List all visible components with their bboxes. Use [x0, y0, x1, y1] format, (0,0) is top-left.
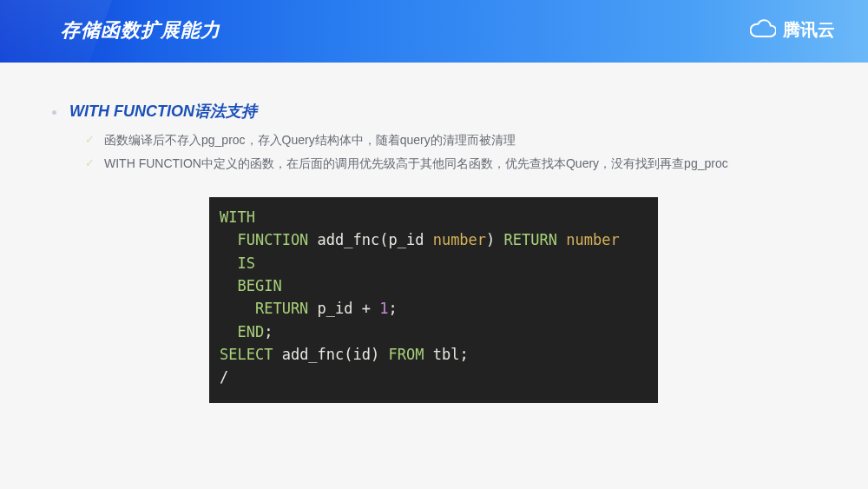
bullet-list: ✓ 函数编译后不存入pg_proc，存入Query结构体中，随着query的清理…	[83, 129, 816, 175]
slide: 存储函数扩展能力 腾讯云 WITH FUNCTION语法支持 ✓ 函数编译后不存…	[0, 0, 868, 489]
slide-body: WITH FUNCTION语法支持 ✓ 函数编译后不存入pg_proc，存入Qu…	[0, 63, 868, 489]
code-line: RETURN p_id + 1;	[220, 297, 648, 320]
code-line: FUNCTION add_fnc(p_id number) RETURN num…	[220, 228, 648, 251]
check-icon: ✓	[83, 152, 95, 175]
code-line: BEGIN	[220, 274, 648, 297]
section-heading: WITH FUNCTION语法支持	[69, 101, 257, 122]
bullet-item: ✓ WITH FUNCTION中定义的函数，在后面的调用优先级高于其他同名函数，…	[83, 152, 816, 175]
check-icon: ✓	[83, 129, 95, 151]
bullet-text: 函数编译后不存入pg_proc，存入Query结构体中，随着query的清理而被…	[104, 129, 516, 152]
slide-title: 存储函数扩展能力	[61, 17, 220, 43]
code-line: SELECT add_fnc(id) FROM tbl;	[220, 343, 648, 366]
code-block: WITH FUNCTION add_fnc(p_id number) RETUR…	[209, 197, 658, 403]
code-line: IS	[220, 252, 648, 274]
cloud-icon	[750, 17, 776, 43]
header-bar: 存储函数扩展能力 腾讯云	[0, 0, 868, 63]
code-line: WITH	[220, 206, 648, 228]
code-line: /	[220, 366, 648, 388]
brand: 腾讯云	[750, 17, 835, 43]
code-line: END;	[220, 320, 648, 343]
bullet-text: WITH FUNCTION中定义的函数，在后面的调用优先级高于其他同名函数，优先…	[104, 152, 728, 175]
bullet-item: ✓ 函数编译后不存入pg_proc，存入Query结构体中，随着query的清理…	[83, 129, 816, 152]
brand-text: 腾讯云	[783, 18, 835, 42]
section-bullet-dot	[52, 110, 56, 115]
